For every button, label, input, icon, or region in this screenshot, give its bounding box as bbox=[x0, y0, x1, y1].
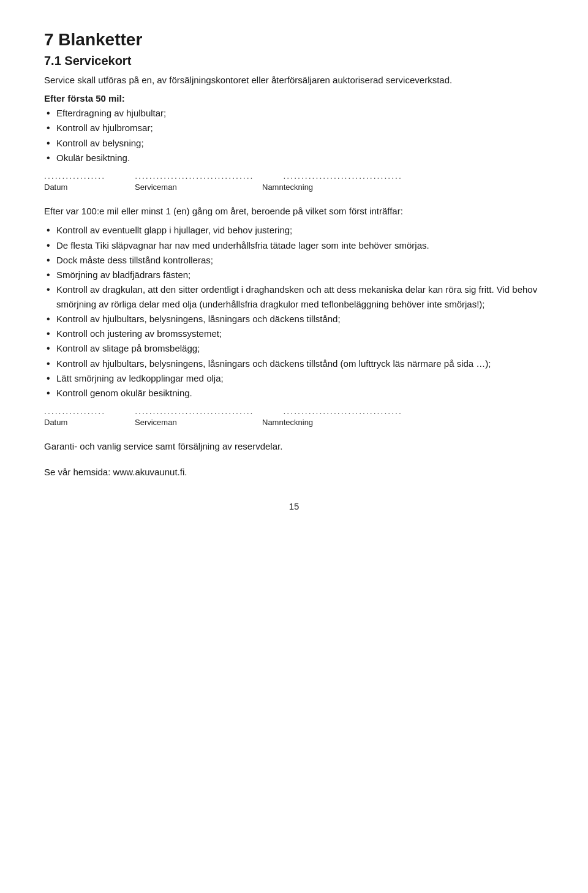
list-item: Efterdragning av hjulbultar; bbox=[44, 106, 544, 120]
sig-dots-2: ................................. bbox=[135, 171, 254, 181]
chapter-title: 7 Blanketter bbox=[44, 29, 544, 50]
list-item: De flesta Tiki släpvagnar har nav med un… bbox=[44, 238, 544, 252]
sig-dots-1: ................. bbox=[44, 171, 105, 181]
list-item: Lätt smörjning av ledkopplingar med olja… bbox=[44, 371, 544, 385]
list-item: Okulär besiktning. bbox=[44, 151, 544, 165]
page-number: 15 bbox=[44, 501, 544, 511]
signature-block-1: ................. ......................… bbox=[44, 171, 544, 192]
list-item: Smörjning av bladfjädrars fästen; bbox=[44, 268, 544, 282]
signature-block-2: ................. ......................… bbox=[44, 406, 544, 427]
sig-label-datum-1: Datum bbox=[44, 182, 105, 192]
list-item: Kontroll av eventuellt glapp i hjullager… bbox=[44, 223, 544, 237]
list-item: Kontroll av hjulbultars, belysningens, l… bbox=[44, 356, 544, 371]
sig-label-serviceman-2: Serviceman bbox=[135, 417, 233, 427]
regular-service-list: Kontroll av eventuellt glapp i hjullager… bbox=[44, 223, 544, 400]
sig-label-datum-2: Datum bbox=[44, 417, 105, 427]
sig-label-serviceman-1: Serviceman bbox=[135, 182, 233, 192]
list-item: Dock måste dess tillstånd kontrolleras; bbox=[44, 253, 544, 267]
sig-dots-4: ................. bbox=[44, 406, 105, 416]
sig-label-namnteckning-2: Namnteckning bbox=[262, 417, 544, 427]
regular-service-intro: Efter var 100:e mil eller minst 1 (en) g… bbox=[44, 204, 544, 218]
intro-text: Service skall utföras på en, av försäljn… bbox=[44, 73, 544, 88]
sig-namnteckning-col-2: ................................. bbox=[283, 406, 544, 416]
section-title: 7.1 Servicekort bbox=[44, 53, 544, 69]
sig-serviceman-col-1: ................................. bbox=[135, 171, 254, 181]
sig-namnteckning-col-1: ................................. bbox=[283, 171, 544, 181]
list-item: Kontroll av belysning; bbox=[44, 136, 544, 150]
sig-dots-3: ................................. bbox=[283, 171, 544, 181]
list-item: Kontroll genom okulär besiktning. bbox=[44, 386, 544, 400]
sig-serviceman-col-2: ................................. bbox=[135, 406, 254, 416]
sig-datum-col-2: ................. bbox=[44, 406, 105, 416]
sig-dots-5: ................................. bbox=[135, 406, 254, 416]
sig-dots-6: ................................. bbox=[283, 406, 544, 416]
list-item: Kontroll och justering av bromssystemet; bbox=[44, 326, 544, 341]
first-service-title: Efter första 50 mil: bbox=[44, 93, 544, 104]
sig-label-namnteckning-1: Namnteckning bbox=[262, 182, 544, 192]
list-item: Kontroll av dragkulan, att den sitter or… bbox=[44, 282, 544, 311]
list-item: Kontroll av slitage på bromsbelägg; bbox=[44, 341, 544, 355]
list-item: Kontroll av hjulbultars, belysningens, l… bbox=[44, 312, 544, 326]
list-item: Kontroll av hjulbromsar; bbox=[44, 121, 544, 135]
footer-line-1: Garanti- och vanlig service samt försälj… bbox=[44, 439, 544, 453]
footer-line-2: Se vår hemsida: www.akuvaunut.fi. bbox=[44, 465, 544, 479]
sig-datum-col-1: ................. bbox=[44, 171, 105, 181]
first-service-list: Efterdragning av hjulbultar; Kontroll av… bbox=[44, 106, 544, 165]
